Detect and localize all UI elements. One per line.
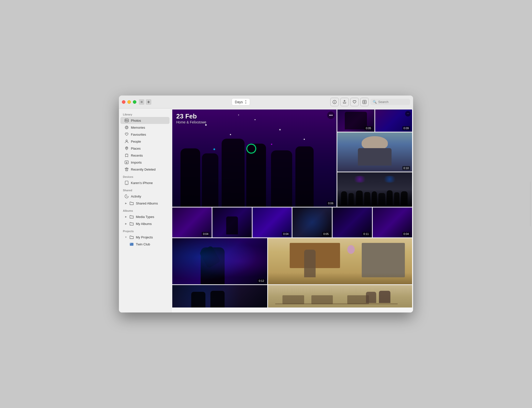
info-button[interactable] (330, 98, 339, 106)
search-input[interactable] (378, 100, 408, 104)
media-types-folder-icon (129, 214, 134, 219)
library-section-header: Library (119, 110, 171, 117)
search-box[interactable]: 🔍 (370, 99, 410, 105)
albums-section-header: Albums (119, 207, 171, 213)
location-text: Home & Felixstowe (176, 120, 206, 124)
svg-rect-1 (148, 101, 149, 103)
share-button[interactable] (340, 98, 349, 106)
duration-badge-s1: 0:05 (364, 126, 372, 130)
memories-label: Memories (131, 126, 145, 129)
maximize-button[interactable] (133, 100, 136, 104)
sidebar-item-activity[interactable]: Activity (120, 193, 170, 200)
traffic-lights (122, 100, 136, 104)
sidebar-item-recents[interactable]: Recents (120, 152, 170, 159)
devices-section-header: Devices (119, 173, 171, 179)
duration-r2-3: 0:04 (282, 232, 290, 236)
favourite-button[interactable] (350, 98, 359, 106)
svg-point-4 (334, 101, 335, 102)
photos-label: Photos (131, 119, 141, 122)
shared-section-header: Shared (119, 186, 171, 193)
photo-cell-r2-3[interactable]: 0:04 (253, 207, 292, 237)
photo-cell-crowd[interactable] (337, 172, 412, 207)
sidebar-item-imports[interactable]: Imports (120, 159, 170, 166)
recents-label: Recents (131, 154, 143, 157)
photo-area[interactable]: 23 Feb Home & Felixstowe ••• 0:06 (171, 108, 413, 312)
sidebar-item-my-albums[interactable]: ▶ My Albums (120, 220, 170, 227)
sidebar-item-karens-iphone[interactable]: Karen's iPhone (120, 179, 170, 186)
titlebar-right: 🔍 (330, 98, 410, 106)
duration-r3-left: 0:12 (258, 279, 265, 283)
my-albums-label: My Albums (136, 222, 152, 226)
photo-cell-r2-6[interactable]: 0:04 (373, 207, 412, 237)
duration-badge-s2: 0:09 (402, 126, 410, 130)
activity-label: Activity (131, 195, 141, 198)
sidebar-item-my-projects[interactable]: ▼ My Projects (120, 234, 170, 241)
my-albums-folder-icon (129, 221, 134, 226)
favourites-icon (124, 132, 129, 137)
shared-albums-folder-icon (129, 201, 134, 205)
people-label: People (131, 140, 141, 143)
photo-cell-r2-1[interactable]: 0:04 (172, 207, 212, 237)
mosaic-row-4 (172, 285, 412, 307)
media-types-label: Media Types (136, 215, 154, 219)
days-label: Days (235, 100, 243, 104)
sidebar-item-recently-deleted[interactable]: Recently Deleted (120, 166, 170, 173)
projects-section-header: Projects (119, 227, 171, 234)
photo-cell-r3-left[interactable]: 0:12 (172, 238, 267, 284)
add-to-button[interactable] (360, 98, 369, 106)
sidebar-item-favourites[interactable]: Favourites (120, 131, 170, 138)
duration-badge-main: 0:06 (327, 201, 335, 205)
sidebar-item-media-types[interactable]: ▶ Media Types (120, 213, 170, 220)
sidebar-toggle-button[interactable]: ⊞ (139, 99, 144, 105)
sidebar-item-twin-club[interactable]: Twin Club (120, 241, 170, 248)
memories-icon (124, 125, 129, 130)
svg-point-8 (125, 126, 128, 129)
sidebar-item-memories[interactable]: Memories (120, 124, 170, 131)
duration-r2-4: 0:05 (322, 232, 330, 236)
right-column: 0:05 ⋯ 0:09 (337, 109, 412, 207)
titlebar: ⊞ Days ▲ ▼ (119, 96, 413, 108)
zoom-button[interactable] (146, 99, 151, 105)
photo-cell-r2-5[interactable]: 0:11 (333, 207, 372, 237)
photo-cell-r2-2[interactable] (212, 207, 252, 237)
svg-rect-3 (334, 102, 335, 103)
main-content: Library Photos Mem (119, 108, 413, 312)
photo-mosaic: 23 Feb Home & Felixstowe ••• 0:06 (171, 108, 413, 308)
photo-cell-small-1[interactable]: 0:05 (337, 109, 374, 132)
karens-iphone-label: Karen's iPhone (131, 181, 153, 185)
sidebar-item-shared-albums[interactable]: ▶ Shared Albums (120, 200, 170, 207)
photo-cell-portrait[interactable]: 0:10 (337, 132, 412, 172)
my-albums-expand-icon: ▶ (124, 222, 127, 225)
sidebar-item-places[interactable]: Places (120, 145, 170, 152)
svg-rect-16 (130, 243, 131, 244)
svg-point-14 (126, 184, 127, 184)
photo-cell-main-party[interactable]: 23 Feb Home & Felixstowe ••• 0:06 (172, 109, 337, 207)
shared-albums-expand-icon: ▶ (124, 202, 127, 205)
photo-cell-r3-right[interactable] (268, 238, 412, 284)
days-arrows-icon: ▲ ▼ (245, 100, 247, 104)
date-overlay: 23 Feb Home & Felixstowe (176, 112, 206, 124)
svg-point-10 (126, 140, 127, 141)
recently-deleted-icon (124, 167, 129, 172)
search-icon: 🔍 (373, 100, 377, 104)
favourites-label: Favourites (131, 133, 146, 136)
photo-cell-r4-right[interactable] (268, 285, 412, 307)
top-small-row: 0:05 ⋯ 0:09 (337, 109, 412, 132)
twin-club-label: Twin Club (136, 242, 150, 246)
minimize-button[interactable] (127, 100, 131, 104)
close-button[interactable] (122, 100, 125, 104)
svg-point-11 (126, 147, 127, 149)
photos-icon (124, 118, 129, 123)
photo-cell-small-2[interactable]: ⋯ 0:09 (375, 109, 412, 132)
titlebar-controls: ⊞ (139, 99, 151, 105)
iphone-icon (124, 181, 129, 185)
days-selector[interactable]: Days ▲ ▼ (232, 98, 250, 105)
sidebar-item-photos[interactable]: Photos (120, 117, 170, 124)
media-types-expand-icon: ▶ (124, 215, 127, 218)
photo-cell-r2-4[interactable]: 0:05 (292, 207, 332, 237)
my-projects-expand-icon: ▼ (124, 236, 127, 239)
sidebar-item-people[interactable]: People (120, 138, 170, 145)
imports-icon (124, 160, 129, 165)
photo-cell-r4-left[interactable] (172, 285, 267, 307)
places-label: Places (131, 147, 141, 150)
